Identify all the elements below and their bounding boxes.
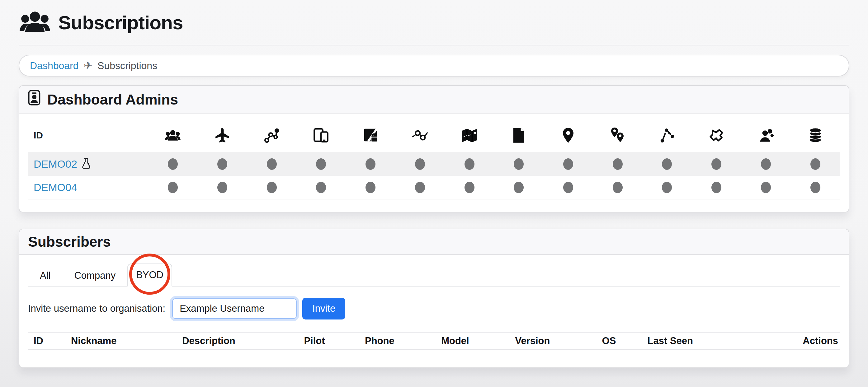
status-dot-cell — [297, 182, 346, 193]
geofence-icon — [692, 128, 741, 142]
status-dot[interactable] — [761, 182, 771, 193]
status-dot-cell — [494, 182, 544, 193]
status-dot[interactable] — [217, 158, 227, 170]
plane-icon — [198, 128, 247, 143]
status-dot[interactable] — [465, 182, 474, 193]
admin-id-link[interactable]: DEMO02 — [34, 158, 77, 170]
admin-id-cell: DEMO02 — [28, 157, 148, 170]
col-header-actions: Actions — [795, 335, 840, 347]
status-dot[interactable] — [711, 158, 721, 170]
route-nodes-icon — [247, 128, 297, 143]
users-group-icon — [20, 10, 50, 35]
id-badge-icon — [28, 90, 40, 109]
admins-table-body: DEMO02DEMO04 — [28, 152, 840, 199]
tab-all[interactable]: All — [28, 265, 62, 287]
status-dot[interactable] — [613, 158, 623, 170]
status-dot-cell — [692, 158, 741, 170]
status-dot[interactable] — [711, 182, 721, 193]
subscribers-table-empty-row — [28, 350, 840, 360]
status-dot-cell — [395, 182, 445, 193]
page-header: Subscriptions — [0, 0, 868, 45]
invite-row: Invite username to organisation: Invite — [28, 298, 840, 320]
col-header-os: OS — [596, 335, 642, 347]
status-dot-cell — [346, 158, 395, 170]
status-dot[interactable] — [514, 182, 524, 193]
dashboard-admins-body: ID DEMO02DEMO04 — [19, 114, 849, 212]
page-title: Subscriptions — [58, 11, 183, 34]
status-dot-cell — [642, 182, 692, 193]
status-dot-cell — [247, 158, 297, 170]
status-dot-cell — [198, 158, 247, 170]
col-header-model: Model — [436, 335, 509, 347]
location-pins-icon — [593, 128, 642, 143]
tab-byod[interactable]: BYOD — [127, 263, 172, 287]
col-header-id: ID — [28, 335, 65, 347]
status-dot-cell — [593, 182, 642, 193]
status-dot[interactable] — [662, 158, 672, 170]
status-dot[interactable] — [217, 182, 227, 193]
status-dot-cell — [346, 182, 395, 193]
users-icon — [148, 129, 198, 141]
status-dot[interactable] — [662, 182, 672, 193]
status-dot-cell — [395, 158, 445, 170]
status-dot[interactable] — [316, 158, 326, 170]
map-lock-icon — [346, 128, 395, 142]
status-dot-cell — [741, 182, 791, 193]
invite-username-input[interactable] — [172, 298, 297, 319]
status-dot[interactable] — [563, 158, 573, 170]
annotation-circle — [129, 254, 170, 295]
subscribers-card: Subscribers AllCompanyBYOD Invite userna… — [19, 229, 849, 368]
status-dot[interactable] — [366, 182, 375, 193]
status-dot[interactable] — [267, 182, 277, 193]
subscribers-body: AllCompanyBYOD Invite username to organi… — [19, 255, 849, 367]
status-dot[interactable] — [415, 182, 425, 193]
card-title: Dashboard Admins — [47, 91, 178, 108]
path-arrows-icon — [642, 128, 692, 143]
subscribers-table-head: IDNicknameDescriptionPilotPhoneModelVers… — [28, 332, 840, 350]
status-dot[interactable] — [168, 158, 178, 170]
status-dot[interactable] — [415, 158, 425, 170]
breadcrumb-link-dashboard[interactable]: Dashboard — [30, 60, 79, 71]
status-dot[interactable] — [761, 158, 771, 170]
status-dot-cell — [247, 182, 297, 193]
status-dot-cell — [692, 182, 741, 193]
subscribers-table: IDNicknameDescriptionPilotPhoneModelVers… — [28, 332, 840, 360]
file-icon — [494, 128, 544, 143]
invite-label: Invite username to organisation: — [28, 303, 165, 314]
breadcrumb: Dashboard ✈ Subscriptions — [19, 55, 849, 76]
status-dot[interactable] — [366, 158, 375, 170]
status-dot[interactable] — [465, 158, 474, 170]
plane-separator-icon: ✈ — [84, 59, 93, 71]
status-dot[interactable] — [168, 182, 178, 193]
admins-id-header: ID — [28, 130, 148, 140]
col-header-nickname: Nickname — [65, 335, 177, 347]
col-header-last-seen: Last Seen — [642, 335, 796, 347]
status-dot-cell — [544, 158, 593, 170]
admin-id-link[interactable]: DEMO04 — [34, 181, 77, 193]
invite-button[interactable]: Invite — [302, 298, 345, 320]
map-icon — [444, 128, 494, 142]
status-dot[interactable] — [316, 182, 326, 193]
status-dot[interactable] — [563, 182, 573, 193]
col-header-description: Description — [177, 335, 298, 347]
subscribers-header: Subscribers — [19, 229, 849, 255]
status-dot[interactable] — [810, 158, 820, 170]
breadcrumb-current: Subscriptions — [97, 60, 157, 71]
status-dot[interactable] — [267, 158, 277, 170]
subscribers-tabs: AllCompanyBYOD — [28, 263, 840, 287]
status-dot[interactable] — [514, 158, 524, 170]
waypoints-icon — [395, 129, 445, 141]
status-dot-cell — [790, 158, 840, 170]
status-dot-cell — [444, 158, 494, 170]
header-divider — [19, 45, 849, 45]
status-dot-cell — [790, 182, 840, 193]
tab-company[interactable]: Company — [62, 265, 127, 287]
status-dot-cell — [593, 158, 642, 170]
database-icon — [790, 128, 840, 143]
status-dot-cell — [642, 158, 692, 170]
status-dot[interactable] — [810, 182, 820, 193]
status-dot-cell — [741, 158, 791, 170]
status-dot-cell — [148, 182, 198, 193]
devices-icon — [297, 128, 346, 142]
status-dot[interactable] — [613, 182, 623, 193]
